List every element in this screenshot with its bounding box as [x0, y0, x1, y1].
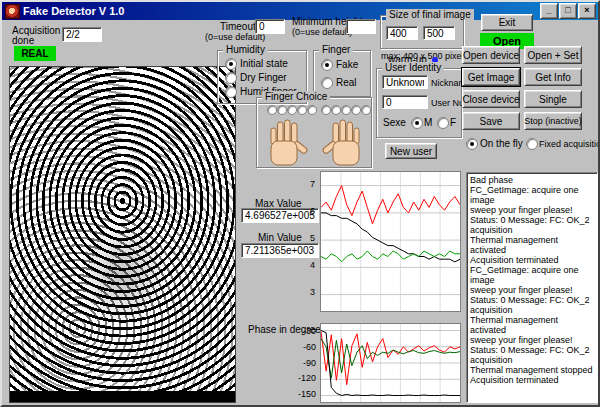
humidity-option-label: Initial state — [240, 58, 288, 69]
log-line: Status: 0 Message: FC: OK_2 acquisition — [470, 345, 594, 365]
get-info-button[interactable]: Get Info — [524, 68, 582, 86]
ytick: -120 — [298, 373, 316, 383]
log-line: Bad phase — [470, 175, 594, 185]
fingerprint-image — [9, 66, 236, 403]
finger-choice-radio-left-1[interactable] — [267, 105, 277, 115]
finger-radio-real[interactable] — [321, 77, 333, 89]
log-line: Acquisition terminated — [470, 375, 594, 385]
finger-choice-group-title: Finger Choice — [262, 91, 330, 102]
sexe-m-label: M — [424, 117, 432, 128]
minheight-input[interactable] — [346, 19, 376, 34]
finger-option-label: Real — [336, 77, 357, 88]
usernum-input[interactable] — [382, 95, 428, 109]
finger-group-title: Finger — [319, 44, 353, 55]
finger-choice-radio-left-2[interactable] — [277, 105, 287, 115]
ytick: 6 — [310, 206, 315, 216]
ytick: -60 — [303, 342, 316, 352]
log-line: Status: 0 Message: FC: OK_2 acquisition — [470, 295, 594, 315]
signal-chart — [320, 171, 461, 312]
log-line: sweep your finger please! — [470, 205, 594, 215]
finger-choice-group: Finger Choice — [256, 97, 372, 168]
finger-choice-radio-right-2[interactable] — [331, 105, 341, 115]
acquisition-label-line2: done — [12, 35, 34, 46]
phase-chart — [320, 323, 461, 403]
finger-radio-fake[interactable] — [321, 59, 333, 71]
user-identity-group: User Identity Nickname User Num Sexe M F — [376, 68, 462, 138]
log-line: sweep your finger please! — [470, 335, 594, 345]
sexe-radio-m[interactable] — [411, 117, 423, 129]
signal-chart-yticks: 7 6 5 4 3 — [299, 179, 315, 297]
finger-choice-radio-left-3[interactable] — [287, 105, 297, 115]
save-button[interactable]: Save — [462, 112, 520, 130]
left-hand-image[interactable] — [265, 117, 311, 167]
open-set-button[interactable]: Open + Set — [524, 46, 582, 64]
timeout-label: Timeout — [220, 21, 256, 32]
signal-chart-plot — [321, 172, 460, 311]
single-button[interactable]: Single — [524, 90, 582, 108]
size-height-input[interactable] — [423, 26, 455, 40]
humidity-group-title: Humidity — [223, 44, 268, 55]
mode-on-the-fly-label: On the fly — [480, 138, 523, 149]
mode-radio-fixed-acquisition[interactable] — [526, 138, 538, 150]
log-line: FC_GetImage: acquire one image — [470, 265, 594, 285]
size-width-input[interactable] — [386, 26, 418, 40]
finger-choice-radio-right-3[interactable] — [341, 105, 351, 115]
finger-choice-radio-right-4[interactable] — [351, 105, 361, 115]
timeout-input[interactable] — [255, 19, 285, 34]
ytick: 5 — [310, 233, 315, 243]
finger-choice-radio-left-5[interactable] — [307, 105, 317, 115]
finger-group: Finger Fake Real — [313, 50, 371, 97]
fingerprint-ridges — [10, 67, 235, 402]
sexe-f-label: F — [450, 117, 456, 128]
finger-choice-radio-right-5[interactable] — [361, 105, 371, 115]
minimize-button[interactable]: _ — [540, 3, 558, 19]
size-group-title: Size of final image — [386, 9, 474, 20]
close-device-button[interactable]: Close device — [462, 90, 520, 108]
ytick: 3 — [310, 287, 315, 297]
min-value-label: Min Value — [258, 232, 302, 243]
humidity-option-label: Dry Finger — [240, 72, 287, 83]
finger-option-label: Fake — [336, 59, 358, 70]
log-line: Status: 0 Message: FC: OK_2 acquisition — [470, 215, 594, 235]
status-log[interactable]: Bad phase FC_GetImage: acquire one image… — [466, 172, 598, 403]
humidity-radio-initial-state[interactable] — [225, 58, 237, 70]
log-line: sweep your finger please! — [470, 285, 594, 295]
finger-choice-radio-right-1[interactable] — [321, 105, 331, 115]
humidity-radio-dry-finger[interactable] — [225, 72, 237, 84]
log-line: Acquisition terminated — [470, 255, 594, 265]
ytick: 4 — [310, 260, 315, 270]
minheight-hint: (0=use default) — [292, 27, 352, 37]
acquisition-count-field[interactable] — [62, 27, 102, 42]
phase-chart-plot — [321, 324, 460, 402]
sexe-label: Sexe — [383, 117, 406, 128]
get-image-button[interactable]: Get Image — [462, 68, 520, 86]
log-line: Thermal management activated — [470, 315, 594, 335]
mode-fixed-acquisition-label: Fixed acquisition — [539, 139, 600, 149]
ytick: 7 — [310, 179, 315, 189]
finger-choice-radio-left-4[interactable] — [297, 105, 307, 115]
fingerprint-bottom-band — [10, 391, 235, 402]
stop-button[interactable]: Stop (inactive) — [524, 112, 582, 130]
user-identity-group-title: User Identity — [382, 62, 444, 73]
sexe-radio-f[interactable] — [437, 117, 449, 129]
phase-chart-yticks: -30 -60 -90 -120 -150 — [290, 326, 316, 399]
right-hand-image[interactable] — [319, 117, 365, 167]
open-device-button[interactable]: Open device — [462, 46, 520, 64]
maximize-button[interactable]: □ — [559, 3, 577, 19]
close-button[interactable]: × — [578, 3, 596, 19]
log-line: Thermal management activated — [470, 235, 594, 255]
app-icon — [5, 4, 20, 19]
mode-radio-on-the-fly[interactable] — [466, 138, 478, 150]
exit-button[interactable]: Exit — [481, 14, 533, 31]
new-user-button[interactable]: New user — [385, 143, 437, 159]
humidity-radio-humid-finger[interactable] — [225, 86, 237, 98]
log-line: Thermal management stopped — [470, 365, 594, 375]
ytick: -90 — [303, 358, 316, 368]
result-badge: REAL — [14, 46, 56, 61]
size-group: Size of final image — [380, 15, 464, 49]
ytick: -30 — [303, 326, 316, 336]
app-window: Fake Detector V 1.0 _ □ × Acquisition do… — [0, 0, 600, 407]
nickname-input[interactable] — [382, 75, 428, 89]
ytick: -150 — [298, 389, 316, 399]
log-line: FC_GetImage: acquire one image — [470, 185, 594, 205]
